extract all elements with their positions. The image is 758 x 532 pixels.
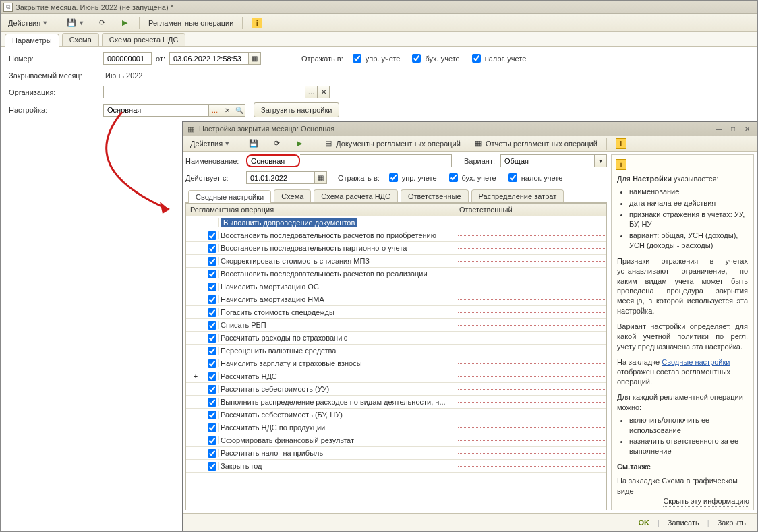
variant-dropdown-button[interactable]: ▾ [595,154,607,167]
link-svod[interactable]: Сводные настройки [662,358,730,366]
responsible-cell[interactable] [458,376,606,377]
responsible-cell[interactable] [458,415,606,415]
subtab-svod[interactable]: Сводные настройки [188,190,271,203]
table-row[interactable]: Выполнить распределение расходов по вида… [186,396,606,409]
sub-refresh-button[interactable]: ⟳ [266,136,287,151]
row-checkbox[interactable] [208,334,216,343]
setting-clear-button[interactable]: ✕ [221,104,233,117]
tab-schema[interactable]: Схема [62,33,99,46]
row-checkbox[interactable] [208,372,216,381]
row-checkbox[interactable] [208,423,216,432]
date-input[interactable] [169,52,249,65]
name-input-ext[interactable] [300,154,452,167]
save-icon-button[interactable]: 💾▼ [61,16,89,30]
minimize-button[interactable]: — [712,123,726,134]
org-select-button[interactable]: … [305,86,318,98]
sub-actions-menu[interactable]: Действия▼ [185,138,235,150]
sub-chk-buh[interactable]: бух. учете [446,171,496,184]
responsible-cell[interactable] [458,466,606,467]
table-row[interactable]: Закрыть год [186,460,606,473]
row-checkbox[interactable] [208,436,216,445]
row-checkbox[interactable] [208,398,216,407]
sub-help-button[interactable]: i [611,136,631,151]
table-row[interactable]: +Рассчитать НДС [186,370,606,383]
close-button[interactable]: ✕ [740,123,754,134]
col-responsible[interactable]: Ответственный [455,204,606,216]
chk-upr[interactable]: упр. учете [350,52,401,65]
row-checkbox[interactable] [208,283,216,291]
row-checkbox[interactable] [208,295,216,304]
expand-toggle[interactable]: + [186,372,205,380]
org-input[interactable] [103,86,305,98]
table-row[interactable]: Восстановить последовательность партионн… [186,242,606,255]
close-footer-button[interactable]: Закрыть [713,517,750,528]
setting-select-button[interactable]: … [209,104,221,117]
responsible-cell[interactable] [458,427,606,428]
number-input[interactable] [103,52,152,65]
table-row[interactable]: Сформировать финансовый результат [186,434,606,447]
valid-date-button[interactable]: ▦ [315,171,327,184]
responsible-cell[interactable] [458,223,606,223]
row-checkbox[interactable] [208,449,216,458]
responsible-cell[interactable] [458,351,606,351]
responsible-cell[interactable] [458,287,606,287]
row-checkbox[interactable] [208,411,216,419]
help-button[interactable]: i [247,16,267,30]
name-input[interactable] [246,154,300,167]
responsible-cell[interactable] [458,363,606,364]
org-clear-button[interactable]: ✕ [318,86,330,98]
sub-chk-nal[interactable]: налог. учете [506,171,563,184]
table-row[interactable]: Переоценить валютные средства [186,345,606,357]
row-checkbox[interactable] [208,244,216,253]
subtab-dist[interactable]: Распределение затрат [471,189,564,202]
table-row[interactable]: Скорректировать стоимость списания МПЗ [186,255,606,268]
table-row[interactable]: Выполнить допроведение документов [186,216,606,229]
chk-nal[interactable]: налог. учете [469,52,527,65]
ok-button[interactable]: OK [634,517,653,528]
sub-run-button[interactable]: ▶ [289,136,310,151]
responsible-cell[interactable] [458,453,606,454]
reports-reglament-button[interactable]: ▦ Отчеты регламентных операций [468,136,602,151]
tab-nds[interactable]: Схема расчета НДС [102,33,186,46]
docs-reglament-button[interactable]: ▤ Документы регламентных операций [318,136,465,151]
sub-chk-upr[interactable]: упр. учете [386,171,437,184]
maximize-button[interactable]: □ [726,123,740,134]
responsible-cell[interactable] [458,312,606,313]
table-row[interactable]: Рассчитать НДС по продукции [186,421,606,434]
responsible-cell[interactable] [458,338,606,338]
setting-input[interactable] [103,104,209,117]
row-checkbox[interactable] [208,462,216,471]
save-button[interactable]: Записать [664,517,703,528]
table-row[interactable]: Восстановить последовательность расчетов… [186,229,606,242]
responsible-cell[interactable] [458,389,606,390]
table-row[interactable]: Начислить зарплату и страховые взносы [186,357,606,370]
row-checkbox[interactable] [208,270,216,278]
row-checkbox[interactable] [208,359,216,368]
link-schema[interactable]: Схема [662,477,684,485]
refresh-button[interactable]: ⟳ [92,16,112,30]
setting-search-button[interactable]: 🔍 [233,104,245,117]
load-settings-button[interactable]: Загрузить настройки [254,102,339,117]
responsible-cell[interactable] [458,402,606,403]
chk-buh[interactable]: бух. учете [409,52,459,65]
sub-save-button[interactable]: 💾 [243,136,264,151]
row-checkbox[interactable] [208,347,216,355]
responsible-cell[interactable] [458,299,606,300]
date-picker-button[interactable]: ▦ [249,52,261,65]
responsible-cell[interactable] [458,261,606,262]
row-checkbox[interactable] [208,385,216,394]
table-row[interactable]: Начислить амортизацию ОС [186,280,606,293]
row-checkbox[interactable] [208,257,216,266]
col-operation[interactable]: Регламентная операция [186,204,455,216]
row-checkbox[interactable] [208,321,216,330]
table-row[interactable]: Рассчитать себестоимость (УУ) [186,383,606,396]
tab-params[interactable]: Параметры [5,34,59,47]
subtab-resp[interactable]: Ответственные [401,189,469,202]
table-row[interactable]: Погасить стоимость спецодежды [186,306,606,319]
subtab-nds[interactable]: Схема расчета НДС [314,189,398,202]
run-button[interactable]: ▶ [115,16,135,30]
table-row[interactable]: Рассчитать себестоимость (БУ, НУ) [186,409,606,421]
table-row[interactable]: Начислить амортизацию НМА [186,293,606,306]
row-checkbox[interactable] [208,231,216,240]
table-row[interactable]: Списать РБП [186,319,606,332]
